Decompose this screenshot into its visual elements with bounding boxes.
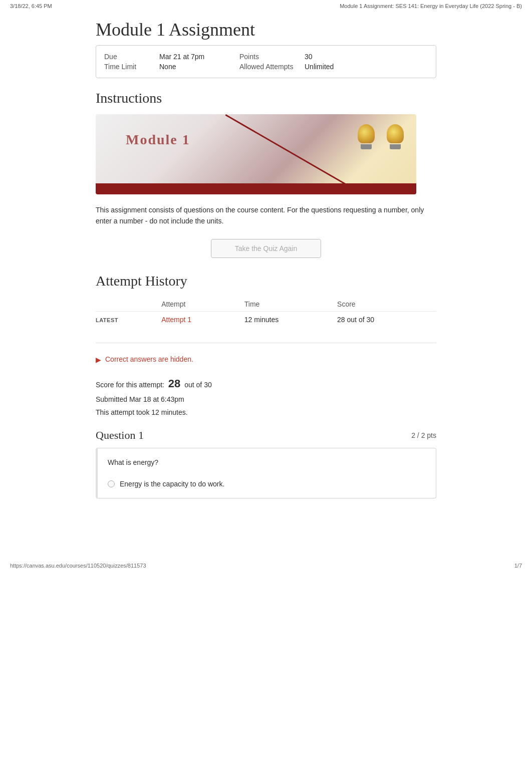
attempt-score: 28 out of 30 [337, 316, 374, 324]
took-line: This attempt took 12 minutes. [96, 406, 436, 419]
attempt-time-cell: 12 minutes [244, 311, 337, 328]
module-image-bulbs [355, 124, 406, 151]
page-title: Module 1 Assignment [96, 19, 436, 40]
info-grid: Due Mar 21 at 7pm Points 30 Time Limit N… [104, 53, 426, 71]
allowed-attempts-label: Allowed Attempts [239, 63, 305, 71]
points-label: Points [239, 53, 305, 61]
attempt-table-body: LATEST Attempt 1 12 minutes 28 out of 30 [96, 311, 436, 328]
due-value: Mar 21 at 7pm [159, 53, 239, 61]
submitted-line: Submitted Mar 18 at 6:43pm [96, 393, 436, 406]
score-out-of: out of 30 [184, 381, 212, 389]
due-label: Due [104, 53, 159, 61]
course-title: Module 1 Assignment: SES 141: Energy in … [340, 3, 522, 9]
time-limit-label: Time Limit [104, 63, 159, 71]
info-box: Due Mar 21 at 7pm Points 30 Time Limit N… [96, 45, 436, 78]
bulb-1 [355, 124, 377, 151]
top-bar: 3/18/22, 6:45 PM Module 1 Assignment: SE… [0, 0, 532, 11]
attempt-score-cell: 28 out of 30 [337, 311, 436, 328]
score-line: Score for this attempt: 28 out of 30 [96, 374, 436, 394]
answer-label: Energy is the capacity to do work. [120, 480, 224, 488]
notice-text: Correct answers are hidden. [105, 355, 193, 363]
notice-icon: ▶ [96, 356, 101, 364]
attempt-time: 12 minutes [244, 316, 279, 324]
module-image-text: Module 1 [126, 132, 190, 148]
attempt-history-title: Attempt History [96, 273, 436, 289]
latest-label: LATEST [96, 317, 118, 323]
bulb-glass-1 [358, 124, 375, 143]
footer: https://canvas.asu.edu/courses/110520/qu… [0, 559, 532, 573]
question-text: What is energy? [108, 457, 426, 468]
attempt-table: Attempt Time Score LATEST Attempt 1 12 m… [96, 297, 436, 328]
time-limit-value: None [159, 63, 239, 71]
notice-box: ▶ Correct answers are hidden. [96, 353, 436, 366]
description-text: This assignment consists of questions on… [96, 204, 436, 227]
bulb-base-2 [390, 144, 401, 149]
footer-url: https://canvas.asu.edu/courses/110520/qu… [10, 563, 146, 569]
col-header-attempt: Attempt [161, 297, 244, 312]
attempt-link-cell[interactable]: Attempt 1 [161, 311, 244, 328]
bulb-2 [384, 124, 406, 151]
question-title: Question 1 [96, 429, 144, 442]
bulb-base-1 [361, 144, 372, 149]
col-header-time: Time [244, 297, 337, 312]
question-header: Question 1 2 / 2 pts [96, 429, 436, 442]
footer-page: 1/7 [514, 563, 522, 569]
timestamp: 3/18/22, 6:45 PM [10, 3, 52, 9]
divider [96, 343, 436, 343]
radio-button[interactable] [108, 480, 115, 487]
col-header-score: Score [337, 297, 436, 312]
attempt-table-head: Attempt Time Score [96, 297, 436, 312]
question-content: What is energy? Energy is the capacity t… [98, 448, 436, 498]
allowed-attempts-value: Unlimited [305, 63, 426, 71]
main-content: Module 1 Assignment Due Mar 21 at 7pm Po… [86, 19, 446, 529]
question-box: What is energy? Energy is the capacity t… [96, 448, 436, 498]
take-quiz-button[interactable]: Take the Quiz Again [211, 239, 321, 258]
attempt-link[interactable]: Attempt 1 [161, 316, 191, 324]
col-header-empty [96, 297, 161, 312]
module-image: Module 1 [96, 114, 416, 194]
bulb-glass-2 [387, 124, 404, 143]
instructions-title: Instructions [96, 90, 436, 106]
answer-option[interactable]: Energy is the capacity to do work. [108, 477, 426, 491]
question-section: Question 1 2 / 2 pts What is energy? Ene… [96, 429, 436, 498]
module-image-bar [96, 183, 416, 194]
table-row: LATEST Attempt 1 12 minutes 28 out of 30 [96, 311, 436, 328]
latest-badge: LATEST [96, 311, 161, 328]
module-image-line [225, 114, 348, 186]
points-value: 30 [305, 53, 426, 61]
score-label: Score for this attempt: [96, 381, 164, 389]
score-details: Score for this attempt: 28 out of 30 Sub… [96, 374, 436, 419]
score-number: 28 [168, 377, 180, 390]
question-pts: 2 / 2 pts [411, 431, 436, 439]
attempt-table-header-row: Attempt Time Score [96, 297, 436, 312]
